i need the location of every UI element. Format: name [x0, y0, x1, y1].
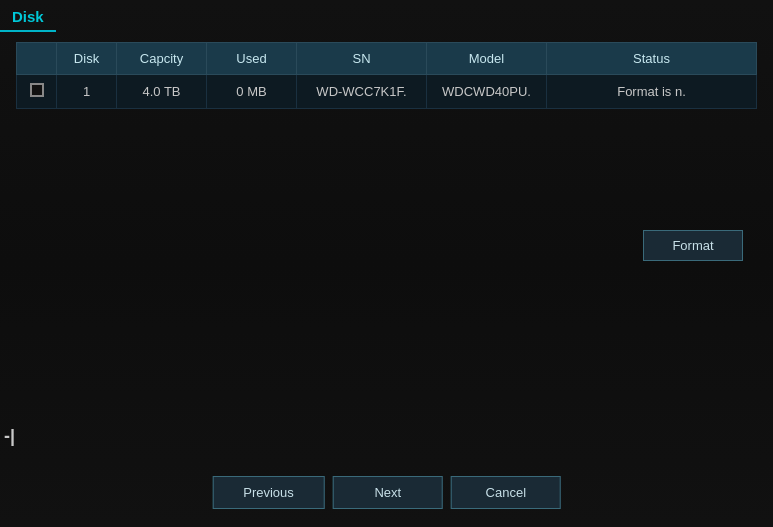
row-sn: WD-WCC7K1F.	[297, 75, 427, 109]
row-model: WDCWD40PU.	[427, 75, 547, 109]
disk-window: Disk Disk Capcity Used SN Model Status	[0, 0, 773, 527]
col-header-capacity: Capcity	[117, 43, 207, 75]
col-header-model: Model	[427, 43, 547, 75]
previous-button[interactable]: Previous	[212, 476, 325, 509]
row-used: 0 MB	[207, 75, 297, 109]
row-disk: 1	[57, 75, 117, 109]
disk-table: Disk Capcity Used SN Model Status 1 4.0 …	[16, 42, 757, 109]
col-header-checkbox	[17, 43, 57, 75]
next-button[interactable]: Next	[333, 476, 443, 509]
table-header-row: Disk Capcity Used SN Model Status	[17, 43, 757, 75]
cursor-indicator: -|	[4, 426, 15, 447]
window-title: Disk	[12, 8, 44, 25]
bottom-buttons: Previous Next Cancel	[212, 476, 561, 509]
disk-table-container: Disk Capcity Used SN Model Status 1 4.0 …	[0, 42, 773, 109]
row-checkbox[interactable]	[30, 83, 44, 97]
row-checkbox-cell[interactable]	[17, 75, 57, 109]
col-header-used: Used	[207, 43, 297, 75]
col-header-disk: Disk	[57, 43, 117, 75]
cancel-button[interactable]: Cancel	[451, 476, 561, 509]
row-capacity: 4.0 TB	[117, 75, 207, 109]
table-row: 1 4.0 TB 0 MB WD-WCC7K1F. WDCWD40PU. For…	[17, 75, 757, 109]
title-bar: Disk	[0, 0, 56, 32]
format-button-container: Format	[643, 230, 743, 261]
col-header-sn: SN	[297, 43, 427, 75]
row-status: Format is n.	[547, 75, 757, 109]
col-header-status: Status	[547, 43, 757, 75]
format-button[interactable]: Format	[643, 230, 743, 261]
